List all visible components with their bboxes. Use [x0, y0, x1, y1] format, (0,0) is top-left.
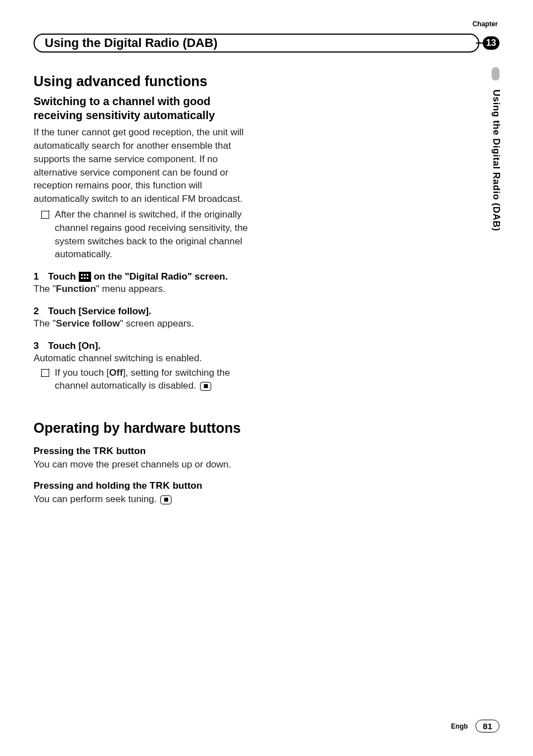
- page-title: Using the Digital Radio (DAB): [34, 34, 479, 53]
- step-1-post: on the "Digital Radio" screen.: [94, 271, 228, 282]
- svg-rect-1: [84, 274, 85, 276]
- bullet-icon: [41, 369, 49, 377]
- hold-trk-heading: Pressing and holding the TRK button: [34, 480, 257, 492]
- svg-rect-5: [87, 277, 88, 279]
- section-advanced-subtitle: Switching to a channel with good receivi…: [34, 94, 257, 122]
- body-column: Using advanced functions Switching to a …: [34, 73, 257, 508]
- end-section-icon: [160, 495, 172, 504]
- side-tab-label: Using the Digital Radio (DAB): [491, 89, 502, 231]
- section-hardware-title: Operating by hardware buttons: [34, 419, 257, 437]
- section-advanced-title: Using advanced functions: [34, 73, 257, 90]
- menu-grid-icon: [79, 272, 91, 282]
- step-1-pre: Touch: [48, 271, 76, 282]
- svg-rect-0: [81, 274, 83, 276]
- header-bar: Using the Digital Radio (DAB) 13: [34, 34, 499, 53]
- svg-rect-3: [81, 277, 83, 279]
- step-3-bullet: If you touch [Off], setting for switchin…: [41, 366, 257, 393]
- step-2-number: 2: [34, 306, 46, 317]
- press-trk-heading: Pressing the TRK button: [34, 446, 257, 457]
- chapter-label: Chapter: [473, 20, 498, 28]
- side-tab-indicator: [492, 67, 499, 81]
- step-1-desc: The "Function" menu appears.: [34, 282, 257, 296]
- step-1: 1 Touch on the "Digital Radio" screen. T…: [34, 271, 257, 296]
- step-1-number: 1: [34, 271, 46, 282]
- step-2: 2 Touch [Service follow]. The "Service f…: [34, 306, 257, 330]
- step-3-head: Touch [On].: [48, 341, 101, 352]
- footer-language: Engb: [451, 722, 468, 730]
- intro-paragraph: If the tuner cannot get good reception, …: [34, 126, 257, 206]
- step-2-head: Touch [Service follow].: [48, 306, 151, 317]
- note-bullet-1: After the channel is switched, if the or…: [41, 208, 257, 261]
- svg-rect-4: [84, 277, 85, 279]
- step-3-desc: Automatic channel switching is enabled.: [34, 352, 257, 365]
- chapter-number-badge: 13: [483, 36, 499, 50]
- step-3-number: 3: [34, 341, 46, 352]
- svg-rect-2: [87, 274, 88, 276]
- step-2-desc: The "Service follow" screen appears.: [34, 317, 257, 330]
- press-trk-desc: You can move the preset channels up or d…: [34, 458, 257, 471]
- step-3-bullet-text: If you touch [Off], setting for switchin…: [55, 366, 257, 393]
- note-bullet-1-text: After the channel is switched, if the or…: [55, 208, 257, 261]
- side-tab: Using the Digital Radio (DAB): [491, 67, 501, 231]
- step-3: 3 Touch [On]. Automatic channel switchin…: [34, 341, 257, 393]
- footer-page-number: 81: [475, 720, 499, 733]
- hold-trk-desc: You can perform seek tuning.: [34, 493, 257, 506]
- bullet-icon: [41, 211, 49, 219]
- footer: Engb 81: [451, 720, 499, 733]
- end-section-icon: [200, 382, 211, 391]
